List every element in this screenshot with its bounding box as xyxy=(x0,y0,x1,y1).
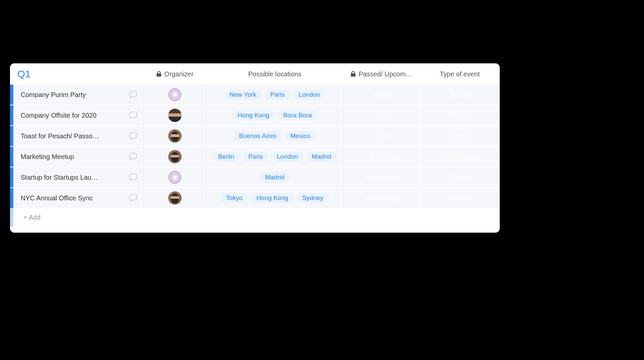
table-row[interactable]: Startup for Startups Lau…MadridUpcomingF… xyxy=(10,167,500,187)
location-tag[interactable]: London xyxy=(272,152,303,162)
chat-icon[interactable] xyxy=(128,89,139,100)
column-header-status[interactable]: Passed/ Upcom… xyxy=(343,70,420,78)
location-tag[interactable]: Berlin xyxy=(213,152,240,162)
group-header: Q1 Organizer Possible locations Passed/ … xyxy=(10,63,500,85)
lock-icon xyxy=(350,71,356,77)
locations-cell[interactable]: Hong KongBora Bora xyxy=(207,105,343,125)
item-name-cell[interactable]: Marketing Meetup xyxy=(13,147,143,167)
location-tag[interactable]: Tokyo xyxy=(221,193,248,203)
type-cell[interactable]: Party xyxy=(420,105,500,125)
organizer-cell[interactable] xyxy=(143,85,207,105)
organizer-cell[interactable] xyxy=(143,188,207,208)
organizer-cell[interactable] xyxy=(143,167,207,187)
location-tag[interactable]: Paris xyxy=(243,152,268,162)
type-cell[interactable]: Trucks xyxy=(420,188,500,208)
location-tag[interactable]: New York xyxy=(224,90,262,100)
location-tag[interactable]: Bora Bora xyxy=(278,110,317,120)
avatar[interactable] xyxy=(168,150,182,163)
organizer-cell[interactable] xyxy=(143,105,207,125)
item-name: Company Purim Party xyxy=(21,91,124,99)
location-tag[interactable]: Madrid xyxy=(260,172,290,182)
type-cell[interactable]: Conference xyxy=(420,147,500,167)
status-cell[interactable]: Past xyxy=(343,85,420,105)
column-header-type[interactable]: Type of event xyxy=(420,70,500,78)
organizer-cell[interactable] xyxy=(143,147,207,167)
item-name: Company Offsite for 2020 xyxy=(21,112,124,119)
chat-icon[interactable] xyxy=(128,110,139,121)
location-tag[interactable]: Madrid xyxy=(307,152,336,162)
group-stripe xyxy=(10,167,13,187)
item-name-cell[interactable]: Startup for Startups Lau… xyxy=(13,167,143,187)
locations-cell[interactable]: TokyoHong KongSydney xyxy=(207,188,343,208)
footer-spacer xyxy=(10,227,500,233)
group-stripe xyxy=(10,105,13,125)
column-header-locations[interactable]: Possible locations xyxy=(207,70,343,78)
status-cell[interactable]: Upcoming xyxy=(343,188,420,208)
locations-cell[interactable]: Buenos AiresMexico xyxy=(207,126,343,146)
location-tag[interactable]: Buenos Aires xyxy=(234,131,282,141)
type-cell[interactable]: Festival xyxy=(420,167,500,187)
table-row[interactable]: Toast for Pesach/ Passo…Buenos AiresMexi… xyxy=(10,126,500,146)
table-row[interactable]: Company Purim PartyNew YorkParisLondonPa… xyxy=(10,85,500,105)
status-cell[interactable]: Past xyxy=(343,126,420,146)
locations-cell[interactable]: New YorkParisLondon xyxy=(207,85,343,105)
location-tag[interactable]: Sydney xyxy=(297,193,328,203)
status-cell[interactable]: Upcoming xyxy=(343,147,420,167)
svg-rect-1 xyxy=(351,73,355,77)
table-row[interactable]: NYC Annual Office SyncTokyoHong KongSydn… xyxy=(10,188,500,208)
group-stripe xyxy=(10,85,13,105)
column-header-label: Passed/ Upcom… xyxy=(358,70,412,78)
column-header-label: Possible locations xyxy=(248,70,302,78)
location-tag[interactable]: Hong Kong xyxy=(232,110,275,120)
item-name-cell[interactable]: Company Purim Party xyxy=(13,85,143,105)
item-name-cell[interactable]: NYC Annual Office Sync xyxy=(13,188,143,208)
group-stripe xyxy=(10,208,13,227)
chat-icon[interactable] xyxy=(128,130,139,142)
avatar[interactable] xyxy=(168,191,182,205)
add-row-label: + Add xyxy=(13,214,41,221)
group-title[interactable]: Q1 xyxy=(10,68,143,80)
location-tag[interactable]: Paris xyxy=(265,90,290,100)
table-row[interactable]: Marketing MeetupBerlinParisLondonMadridU… xyxy=(10,147,500,167)
group-stripe xyxy=(10,147,13,167)
location-tag[interactable]: Mexico xyxy=(285,131,316,141)
svg-rect-0 xyxy=(157,73,161,77)
locations-cell[interactable]: BerlinParisLondonMadrid xyxy=(207,147,343,167)
table-row[interactable]: Company Offsite for 2020Hong KongBora Bo… xyxy=(10,105,500,125)
chat-icon[interactable] xyxy=(128,192,139,204)
lock-icon xyxy=(156,71,162,77)
status-cell[interactable]: Upcoming xyxy=(343,167,420,187)
location-tag[interactable]: Hong Kong xyxy=(251,193,294,203)
chat-icon[interactable] xyxy=(128,172,139,183)
column-header-organizer[interactable]: Organizer xyxy=(143,70,207,78)
type-cell[interactable]: Trucks xyxy=(420,85,500,105)
avatar[interactable] xyxy=(168,129,182,143)
avatar[interactable] xyxy=(168,171,182,184)
item-name: Marketing Meetup xyxy=(21,153,124,161)
locations-cell[interactable]: Madrid xyxy=(207,167,343,187)
item-name: Toast for Pesach/ Passo… xyxy=(21,132,124,140)
item-name: NYC Annual Office Sync xyxy=(21,194,124,202)
add-row[interactable]: + Add xyxy=(10,208,500,227)
item-name-cell[interactable]: Company Offsite for 2020 xyxy=(13,105,143,125)
avatar[interactable] xyxy=(168,88,182,101)
group-stripe xyxy=(10,126,13,146)
chat-icon[interactable] xyxy=(128,151,139,162)
type-cell[interactable]: Festival xyxy=(420,126,500,146)
board-group: Q1 Organizer Possible locations Passed/ … xyxy=(10,63,500,233)
organizer-cell[interactable] xyxy=(143,126,207,146)
rows-container: Company Purim PartyNew YorkParisLondonPa… xyxy=(10,85,500,208)
status-cell[interactable]: Past xyxy=(343,105,420,125)
item-name-cell[interactable]: Toast for Pesach/ Passo… xyxy=(13,126,143,146)
column-header-label: Organizer xyxy=(164,70,194,78)
group-stripe xyxy=(10,188,13,208)
avatar[interactable] xyxy=(168,109,182,122)
column-header-label: Type of event xyxy=(440,70,480,78)
item-name: Startup for Startups Lau… xyxy=(21,174,124,181)
location-tag[interactable]: London xyxy=(294,90,325,100)
